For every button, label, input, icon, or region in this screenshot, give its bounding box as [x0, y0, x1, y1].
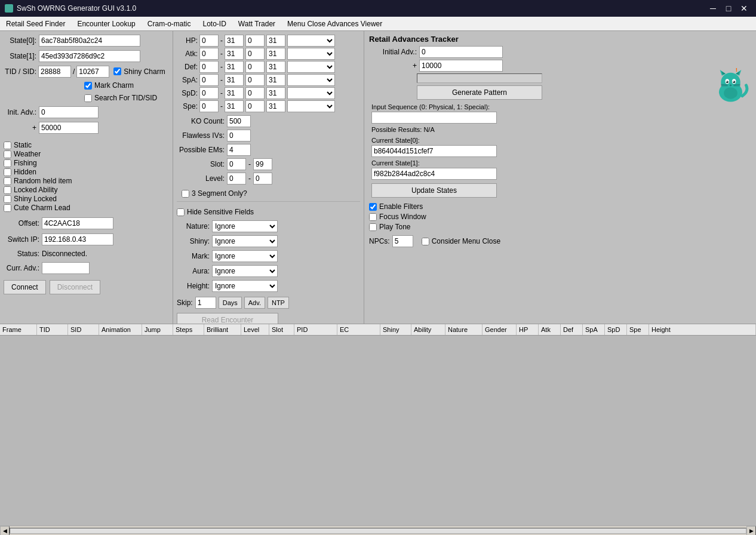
def-min-input[interactable] [199, 61, 219, 73]
atk-min-input[interactable] [199, 48, 219, 60]
spa-min2-input[interactable] [245, 74, 265, 86]
offset-input[interactable] [42, 217, 113, 229]
enable-filters-checkbox[interactable] [369, 203, 377, 211]
days-button[interactable]: Days [219, 297, 242, 309]
ko-count-input[interactable] [227, 115, 251, 127]
generate-pattern-button[interactable]: Generate Pattern [417, 85, 542, 100]
def-max2-input[interactable] [266, 61, 285, 73]
ntp-button[interactable]: NTP [268, 297, 289, 309]
hp-min-input[interactable] [199, 35, 219, 47]
input-seq-input[interactable] [371, 112, 497, 124]
col-shiny: Shiny [380, 324, 411, 335]
menu-cram-o-matic[interactable]: Cram-o-matic [144, 19, 195, 29]
spe-dropdown[interactable] [287, 100, 335, 112]
adv-button[interactable]: Adv. [244, 297, 265, 309]
shiny-locked-checkbox[interactable] [4, 195, 11, 203]
menu-watt-trader[interactable]: Watt Trader [235, 19, 279, 29]
spd-max2-input[interactable] [266, 87, 285, 99]
col-jump: Jump [142, 324, 173, 335]
def-min2-input[interactable] [245, 61, 265, 73]
maximize-button[interactable]: □ [721, 2, 736, 14]
plus-tracker-input[interactable] [419, 60, 503, 72]
level-max-input[interactable] [253, 173, 272, 185]
mark-select[interactable]: Ignore [212, 250, 278, 262]
current-state1-input[interactable] [371, 168, 497, 180]
spd-dropdown[interactable] [287, 87, 335, 99]
def-dropdown[interactable] [287, 61, 335, 73]
mark-charm-checkbox[interactable] [84, 82, 92, 90]
update-states-button[interactable]: Update States [371, 183, 497, 198]
init-adv-input[interactable] [39, 106, 99, 118]
slot-min-input[interactable] [227, 158, 246, 170]
menu-retail-seed-finder[interactable]: Retail Seed Finder [2, 19, 69, 29]
close-button[interactable]: ✕ [737, 2, 751, 14]
curr-adv-input[interactable] [42, 262, 90, 274]
current-state0-input[interactable] [371, 145, 497, 157]
spd-min2-input[interactable] [245, 87, 265, 99]
hp-dropdown[interactable] [287, 35, 335, 47]
possible-ems-input[interactable] [227, 144, 251, 156]
fishing-checkbox[interactable] [4, 159, 11, 167]
hp-max-input[interactable] [225, 35, 244, 47]
level-min-input[interactable] [227, 173, 246, 185]
initial-adv-input[interactable] [419, 46, 503, 58]
slot-max-input[interactable] [253, 158, 272, 170]
atk-max-input[interactable] [225, 48, 244, 60]
segment-only-label: 3 Segment Only? [192, 189, 247, 198]
shiny-select[interactable]: Ignore [212, 235, 278, 247]
def-max-input[interactable] [225, 61, 244, 73]
search-tid-sid-checkbox[interactable] [84, 94, 92, 102]
spa-min-input[interactable] [199, 74, 219, 86]
height-select[interactable]: Ignore [212, 280, 278, 292]
aura-select[interactable]: Ignore [212, 265, 278, 277]
minimize-button[interactable]: ─ [706, 2, 720, 14]
cute-charm-lead-checkbox[interactable] [4, 204, 11, 212]
play-tone-checkbox[interactable] [369, 223, 377, 231]
switch-ip-input[interactable] [42, 233, 113, 245]
random-held-item-checkbox[interactable] [4, 177, 11, 185]
hp-max2-input[interactable] [266, 35, 285, 47]
scroll-right-arrow[interactable]: ▶ [746, 526, 756, 536]
horizontal-scrollbar[interactable]: ◀ ▶ [0, 525, 756, 535]
shiny-charm-checkbox[interactable] [113, 67, 121, 75]
nature-select[interactable]: Ignore [212, 220, 278, 232]
spa-max-input[interactable] [225, 74, 244, 86]
segment-only-checkbox[interactable] [182, 190, 189, 198]
scroll-left-arrow[interactable]: ◀ [0, 526, 10, 536]
spd-max-input[interactable] [225, 87, 244, 99]
locked-ability-checkbox[interactable] [4, 186, 11, 194]
spe-max-input[interactable] [225, 100, 244, 112]
connect-button[interactable]: Connect [4, 280, 46, 294]
col-gender: Gender [483, 324, 517, 335]
spe-min-input[interactable] [199, 100, 219, 112]
atk-max2-input[interactable] [266, 48, 285, 60]
atk-dropdown[interactable] [287, 48, 335, 60]
state1-input[interactable] [39, 50, 140, 62]
sid-input[interactable] [76, 66, 109, 78]
hidden-checkbox[interactable] [4, 168, 11, 176]
atk-min2-input[interactable] [245, 48, 265, 60]
consider-menu-close-checkbox[interactable] [422, 238, 429, 245]
spa-max2-input[interactable] [266, 74, 285, 86]
focus-window-checkbox[interactable] [369, 213, 377, 221]
spe-max2-input[interactable] [266, 100, 285, 112]
menu-loto-id[interactable]: Loto-ID [199, 19, 229, 29]
plus-adv-input[interactable] [39, 122, 99, 134]
state0-input[interactable] [39, 35, 140, 47]
static-checkbox[interactable] [4, 142, 11, 149]
npcs-input[interactable] [392, 235, 413, 247]
spd-min-input[interactable] [199, 87, 219, 99]
menu-close-advances-viewer[interactable]: Menu Close Advances Viewer [284, 19, 386, 29]
skip-input[interactable] [195, 297, 216, 309]
spa-dropdown[interactable] [287, 74, 335, 86]
hide-sensitive-checkbox[interactable] [177, 208, 185, 216]
scroll-track[interactable] [10, 528, 746, 534]
weather-checkbox[interactable] [4, 150, 11, 158]
flawless-ivs-input[interactable] [227, 130, 251, 142]
disconnect-button[interactable]: Disconnect [50, 280, 100, 294]
spe-min2-input[interactable] [245, 100, 265, 112]
menu-encounter-lookup[interactable]: Encounter Lookup [73, 19, 139, 29]
window-controls[interactable]: ─ □ ✕ [706, 2, 751, 14]
hp-min2-input[interactable] [245, 35, 265, 47]
tid-input[interactable] [38, 66, 71, 78]
